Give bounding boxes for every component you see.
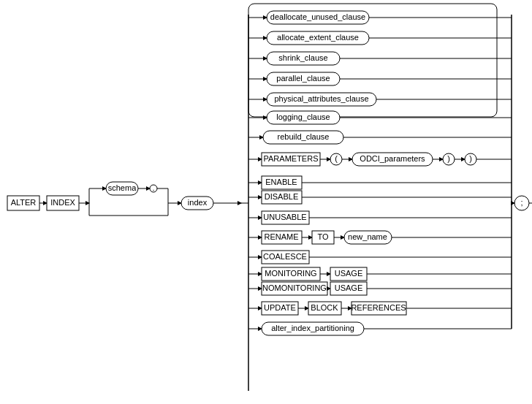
unusable-label: UNUSABLE: [263, 213, 306, 221]
close-paren-label-1: ): [447, 154, 450, 163]
allocate-label: allocate_extent_clause: [277, 33, 359, 42]
index-label: index: [188, 198, 208, 207]
odci-label: ODCI_parameters: [360, 154, 425, 163]
parameters-label: PARAMETERS: [264, 154, 319, 163]
usage-label-2: USAGE: [335, 283, 363, 292]
nomonitoring-label: NOMONITORING: [262, 283, 327, 292]
to-label: TO: [317, 232, 329, 241]
index-kw-label: INDEX: [50, 198, 75, 207]
physical-label: physical_attributes_clause: [274, 94, 368, 103]
monitoring-label: MONITORING: [265, 269, 316, 278]
dot-label: .: [152, 183, 154, 192]
disable-label: DISABLE: [265, 192, 298, 201]
rename-label: RENAME: [264, 232, 298, 241]
syntax-diagram: ALTER INDEX schema . index deallocate_un…: [0, 0, 532, 404]
usage-label-1: USAGE: [335, 269, 363, 278]
rebuild-label: rebuild_clause: [278, 132, 330, 141]
enable-label: ENABLE: [265, 178, 297, 186]
update-label: UPDATE: [264, 303, 296, 312]
semicolon-label: ;: [520, 198, 522, 207]
references-label: REFERENCES: [351, 303, 406, 312]
parallel-label: parallel_clause: [276, 74, 330, 83]
block-label: BLOCK: [311, 303, 338, 312]
deallocate-label: deallocate_unused_clause: [270, 12, 365, 21]
open-paren-label-1: (: [335, 154, 338, 163]
new-name-label: new_name: [348, 232, 387, 241]
logging-label: logging_clause: [276, 113, 330, 121]
close-paren-label-2: ): [469, 154, 472, 163]
alter-label: ALTER: [11, 198, 37, 207]
coalesce-label: COALESCE: [263, 252, 307, 261]
shrink-label: shrink_clause: [278, 53, 327, 62]
schema-label: schema: [108, 183, 137, 192]
alter-partition-label: alter_index_partitioning: [271, 324, 354, 332]
